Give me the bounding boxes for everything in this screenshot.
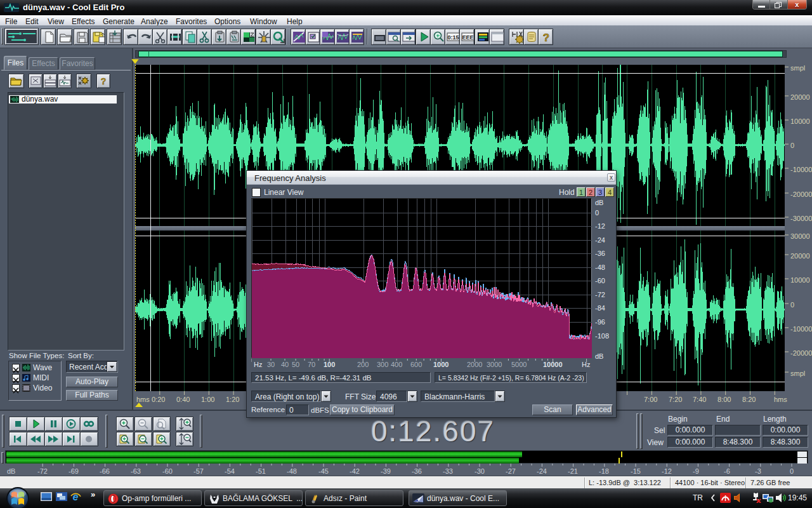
svg-text:e: e [73,491,79,502]
svg-text:?: ? [101,76,107,86]
svg-text:0:15: 0:15 [447,34,459,41]
svg-text:?: ? [543,32,549,44]
svg-text:EEE: EEE [462,34,473,41]
